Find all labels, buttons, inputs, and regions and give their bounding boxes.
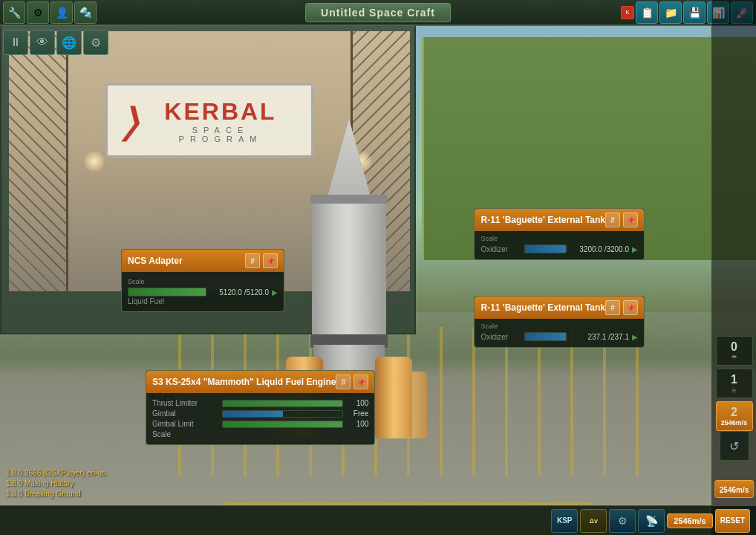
- r11-tank2-pin-btn[interactable]: 📌: [623, 300, 638, 315]
- stage-0-number: 0: [731, 340, 737, 354]
- bottom-ksp-btn[interactable]: KSP: [551, 509, 578, 533]
- toolbar-btn-person[interactable]: 👤: [50, 1, 73, 24]
- engine-scale-row: Scale: [152, 430, 368, 438]
- gimbal-limit-row: Gimbal Limit 100: [152, 420, 368, 428]
- stage-1-icon: ≡: [732, 386, 737, 395]
- dv-total-value: 2546m/s: [720, 486, 749, 494]
- stage-1-number: 1: [731, 373, 737, 386]
- r11-tank1-body: Scale Oxidizer 3200.0 /3200.0 ▶: [475, 231, 644, 259]
- ncs-scale-row: Scale: [128, 278, 278, 285]
- bottom-settings-icon: ⚙: [618, 515, 628, 527]
- kerbal-text: KERBAL: [164, 98, 276, 126]
- left-btn-eye[interactable]: 👁: [30, 30, 55, 55]
- reset-label: RESET: [720, 516, 745, 525]
- r11-tank2-header: R-11 'Baguette' External Tank # 📌: [475, 296, 644, 319]
- ncs-hash-btn[interactable]: #: [245, 253, 260, 268]
- rocket-body: [312, 201, 386, 349]
- toolbar-btn-parts[interactable]: 🔩: [74, 1, 97, 24]
- reset-button[interactable]: RESET: [715, 509, 750, 533]
- ncs-fuel-arrow: ▶: [272, 288, 278, 296]
- r11-tank1-oxidizer-row: Oxidizer 3200.0 /3200.0 ▶: [480, 244, 638, 253]
- r11-tank1-pin-btn[interactable]: 📌: [623, 213, 638, 227]
- r11-tank2-oxidizer-label: Oxidizer: [480, 333, 521, 341]
- thrust-limiter-value: 100: [346, 399, 368, 407]
- ncs-fuel-bar-bg: [128, 288, 206, 296]
- r11-tank1-icons: # 📌: [605, 213, 638, 227]
- gimbal-limit-label: Gimbal Limit: [152, 420, 219, 428]
- version-line3: 1.3.0 Breaking Ground: [6, 489, 105, 499]
- toolbar-btn-clipboard[interactable]: 📋: [636, 1, 658, 24]
- left-btn-pause[interactable]: ⏸: [3, 30, 28, 55]
- bottom-signal-icon: 📡: [645, 515, 658, 527]
- left-btn-settings[interactable]: ⚙: [83, 30, 108, 55]
- bottom-signal-btn[interactable]: 📡: [638, 509, 665, 533]
- r11-tank2-oxidizer-value: 237.1 /237.1: [570, 333, 629, 341]
- toolbar-left: 🔧 ⚙ 👤 🔩: [0, 1, 97, 24]
- mammoth-body: Thrust Limiter 100 Gimbal Free Gimbal Li…: [146, 393, 374, 444]
- r11-tank2-oxidizer-bar-bg: [524, 332, 567, 341]
- bottom-dv-btn[interactable]: Δv: [580, 509, 607, 533]
- ncs-adapter-icons: # 📌: [245, 253, 278, 268]
- r11-tank1-panel: R-11 'Baguette' External Tank # 📌 Scale …: [474, 208, 645, 260]
- gimbal-bar-fill: [223, 411, 283, 417]
- left-btn-globe[interactable]: 🌐: [56, 30, 82, 55]
- gimbal-label: Gimbal: [152, 409, 219, 418]
- stage-list: 0 ☂ 1 ≡ 2 2546m/s: [712, 0, 756, 432]
- r11-tank2-title: R-11 'Baguette' External Tank: [480, 302, 605, 313]
- version-line2: 1.8.0 Making History: [6, 479, 105, 489]
- gimbal-row: Gimbal Free: [152, 409, 368, 418]
- dv-total-display: 2546m/s: [714, 480, 754, 498]
- gimbal-value: Free: [346, 409, 368, 418]
- kerbal-arrow: ❭: [115, 100, 145, 141]
- r11-tank2-scale-label: Scale: [480, 322, 638, 330]
- stage-1[interactable]: 1 ≡: [716, 369, 753, 398]
- stage-0[interactable]: 0 ☂: [716, 336, 753, 366]
- bottom-toolbar: KSP Δv ⚙ 📡 2546m/s RESET: [0, 505, 756, 535]
- bottom-dv-label: Δv: [589, 517, 597, 525]
- revert-btn[interactable]: ↺: [720, 431, 749, 461]
- r11-tank1-oxidizer-bar-fill: [525, 245, 566, 253]
- ncs-scale-label: Scale: [128, 278, 278, 285]
- hangar-light-left: [83, 150, 105, 172]
- r11-tank2-hash-btn[interactable]: #: [605, 300, 620, 315]
- r11-tank2-icons: # 📌: [605, 300, 638, 315]
- r11-tank1-oxidizer-label: Oxidizer: [480, 245, 521, 253]
- stage-2-number: 2: [731, 406, 737, 419]
- bottom-dv-value: 2546m/s: [674, 516, 706, 525]
- scaffolding-left: [9, 31, 68, 291]
- top-toolbar: 🔧 ⚙ 👤 🔩 Untitled Space Craft K 📋 📁 💾 📊 🚀: [0, 0, 756, 26]
- ncs-pin-btn[interactable]: 📌: [263, 253, 278, 268]
- version-info: 1.8.0.2686 (OSXPlayer) en-us 1.8.0 Makin…: [6, 468, 105, 499]
- gimbal-limit-fill: [223, 421, 342, 427]
- r11-tank1-scale-label: Scale: [480, 235, 638, 242]
- booster-right: [375, 357, 412, 438]
- gimbal-limit-value: 100: [346, 420, 368, 428]
- ncs-fuel-value: 5120.0 /5120.0: [209, 288, 269, 296]
- bottom-dv-display: 2546m/s: [667, 513, 712, 528]
- toolbar-btn-ksp-logo[interactable]: K: [621, 6, 634, 19]
- r11-tank2-oxidizer-row: Oxidizer 237.1 /237.1 ▶: [480, 332, 638, 341]
- kerbal-program-text: PROGRAM: [179, 134, 263, 143]
- bottom-settings-btn[interactable]: ⚙: [609, 509, 636, 533]
- revert-icon: ↺: [729, 439, 739, 453]
- toolbar-btn-folder[interactable]: 📁: [659, 1, 682, 24]
- stage-2-dv-value: 2546m/s: [721, 419, 748, 427]
- mammoth-header: S3 KS-25x4 "Mammoth" Liquid Fuel Engine …: [146, 371, 374, 393]
- version-line1: 1.8.0.2686 (OSXPlayer) en-us: [6, 468, 105, 479]
- r11-tank1-header: R-11 'Baguette' External Tank # 📌: [475, 209, 644, 231]
- toolbar-btn-gear[interactable]: ⚙: [27, 1, 49, 24]
- mammoth-hash-btn[interactable]: #: [336, 374, 351, 389]
- gimbal-bar-bg: [222, 410, 343, 418]
- ncs-adapter-header: NCS Adapter # 📌: [122, 250, 284, 272]
- stage-2-dv[interactable]: 2 2546m/s: [716, 401, 753, 431]
- mammoth-icons: # 📌: [336, 374, 368, 389]
- r11-tank2-body: Scale Oxidizer 237.1 /237.1 ▶: [475, 319, 644, 347]
- toolbar-btn-wrench[interactable]: 🔧: [3, 1, 25, 24]
- ncs-adapter-title: NCS Adapter: [128, 256, 183, 266]
- gimbal-limit-bar-bg: [222, 421, 343, 428]
- mammoth-engine-panel: S3 KS-25x4 "Mammoth" Liquid Fuel Engine …: [146, 370, 375, 445]
- mammoth-pin-btn[interactable]: 📌: [353, 374, 368, 389]
- r11-tank1-hash-btn[interactable]: #: [605, 213, 620, 227]
- toolbar-btn-save[interactable]: 💾: [683, 1, 706, 24]
- r11-tank2-panel: R-11 'Baguette' External Tank # 📌 Scale …: [474, 296, 645, 348]
